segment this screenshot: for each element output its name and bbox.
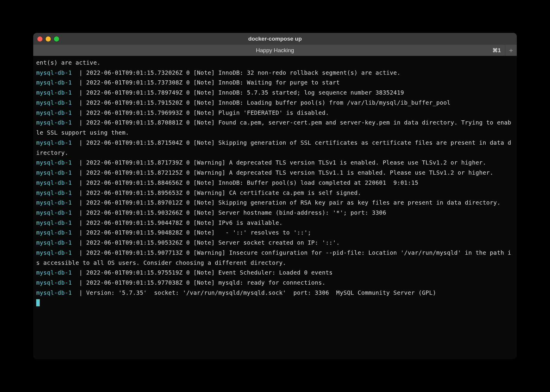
log-prefix: mysql-db-1: [36, 79, 79, 86]
log-message: | 2022-06-01T09:01:15.789749Z 0 [Note] I…: [79, 89, 404, 96]
log-prefix: mysql-db-1: [36, 209, 79, 216]
log-line: mysql-db-1 | 2022-06-01T09:01:15.904828Z…: [36, 228, 514, 238]
log-message: | 2022-06-01T09:01:15.791520Z 0 [Note] I…: [79, 99, 450, 106]
close-button[interactable]: [37, 36, 42, 42]
log-line: mysql-db-1 | 2022-06-01T09:01:15.895653Z…: [36, 188, 514, 198]
log-line: mysql-db-1 | 2022-06-01T09:01:15.897012Z…: [36, 198, 514, 208]
log-line: mysql-db-1 | 2022-06-01T09:01:15.905326Z…: [36, 238, 514, 248]
log-message: | 2022-06-01T09:01:15.905326Z 0 [Note] S…: [79, 239, 340, 246]
log-message: | 2022-06-01T09:01:15.907713Z 0 [Warning…: [36, 249, 511, 266]
minimize-button[interactable]: [46, 36, 51, 42]
log-prefix: mysql-db-1: [36, 89, 79, 96]
log-prefix: mysql-db-1: [36, 219, 79, 226]
log-message: | 2022-06-01T09:01:15.872125Z 0 [Warning…: [79, 169, 493, 176]
log-line: mysql-db-1 | 2022-06-01T09:01:15.870881Z…: [36, 118, 514, 138]
log-line: mysql-db-1 | 2022-06-01T09:01:15.789749Z…: [36, 88, 514, 98]
log-message: | 2022-06-01T09:01:15.737308Z 0 [Note] I…: [79, 79, 340, 86]
log-prefix: mysql-db-1: [36, 239, 79, 246]
log-prefix: mysql-db-1: [36, 199, 79, 206]
log-line: ent(s) are active.: [36, 58, 514, 68]
log-message: | 2022-06-01T09:01:15.732026Z 0 [Note] I…: [79, 69, 400, 76]
log-message: | 2022-06-01T09:01:15.903266Z 0 [Note] S…: [79, 209, 386, 216]
log-prefix: mysql-db-1: [36, 269, 79, 276]
log-line: mysql-db-1 | 2022-06-01T09:01:15.737308Z…: [36, 78, 514, 88]
log-prefix: mysql-db-1: [36, 139, 79, 146]
terminal-output[interactable]: ent(s) are active.mysql-db-1 | 2022-06-0…: [33, 56, 517, 359]
log-line: mysql-db-1 | 2022-06-01T09:01:15.872125Z…: [36, 168, 514, 178]
terminal-window: docker-compose up Happy Hacking ⌘1 + ent…: [33, 33, 517, 359]
log-message: | 2022-06-01T09:01:15.977038Z 0 [Note] m…: [79, 279, 325, 286]
log-prefix: mysql-db-1: [36, 99, 79, 106]
log-prefix: mysql-db-1: [36, 289, 79, 296]
log-line: mysql-db-1 | 2022-06-01T09:01:15.907713Z…: [36, 248, 514, 268]
log-message: | 2022-06-01T09:01:15.895653Z 0 [Warning…: [79, 189, 361, 196]
log-line: mysql-db-1 | 2022-06-01T09:01:15.903266Z…: [36, 208, 514, 218]
log-prefix: mysql-db-1: [36, 229, 79, 236]
traffic-lights: [37, 36, 59, 42]
log-line: mysql-db-1 | 2022-06-01T09:01:15.975519Z…: [36, 268, 514, 278]
tabbar: Happy Hacking ⌘1 +: [33, 45, 517, 56]
log-message: | 2022-06-01T09:01:15.871504Z 0 [Note] S…: [36, 139, 511, 156]
log-message: | 2022-06-01T09:01:15.904478Z 0 [Note] I…: [79, 219, 282, 226]
log-message: | Version: '5.7.35' socket: '/var/run/my…: [79, 289, 436, 296]
log-line: mysql-db-1 | 2022-06-01T09:01:15.791520Z…: [36, 98, 514, 108]
log-message: | 2022-06-01T09:01:15.870881Z 0 [Note] F…: [36, 119, 511, 136]
titlebar[interactable]: docker-compose up: [33, 33, 517, 45]
log-message: | 2022-06-01T09:01:15.975519Z 0 [Note] E…: [79, 269, 333, 276]
log-message: | 2022-06-01T09:01:15.871739Z 0 [Warning…: [79, 159, 486, 166]
maximize-button[interactable]: [54, 36, 59, 42]
log-line: mysql-db-1 | 2022-06-01T09:01:15.884656Z…: [36, 178, 514, 188]
log-line: mysql-db-1 | 2022-06-01T09:01:15.871504Z…: [36, 138, 514, 158]
log-message: | 2022-06-01T09:01:15.796993Z 0 [Note] P…: [79, 109, 329, 116]
log-prefix: mysql-db-1: [36, 179, 79, 186]
tab-shortcut-label: ⌘1: [488, 47, 505, 54]
log-message: | 2022-06-01T09:01:15.884656Z 0 [Note] I…: [79, 179, 418, 186]
log-prefix: mysql-db-1: [36, 159, 79, 166]
terminal-cursor: [36, 299, 40, 306]
new-tab-button[interactable]: +: [505, 45, 517, 56]
log-line: mysql-db-1 | 2022-06-01T09:01:15.796993Z…: [36, 108, 514, 118]
tab-title[interactable]: Happy Hacking: [256, 47, 294, 54]
log-line: mysql-db-1 | 2022-06-01T09:01:15.732026Z…: [36, 68, 514, 78]
plus-icon: +: [509, 47, 513, 54]
log-prefix: mysql-db-1: [36, 279, 79, 286]
log-prefix: mysql-db-1: [36, 189, 79, 196]
log-prefix: mysql-db-1: [36, 109, 79, 116]
log-message: | 2022-06-01T09:01:15.904828Z 0 [Note] -…: [79, 229, 311, 236]
log-prefix: mysql-db-1: [36, 69, 79, 76]
tab-right-controls: ⌘1 +: [488, 45, 517, 56]
log-prefix: mysql-db-1: [36, 169, 79, 176]
log-line: mysql-db-1 | 2022-06-01T09:01:15.871739Z…: [36, 158, 514, 168]
log-line: mysql-db-1 | 2022-06-01T09:01:15.977038Z…: [36, 278, 514, 288]
log-line: mysql-db-1 | 2022-06-01T09:01:15.904478Z…: [36, 218, 514, 228]
log-line: mysql-db-1 | Version: '5.7.35' socket: '…: [36, 288, 514, 298]
log-prefix: mysql-db-1: [36, 119, 79, 126]
log-prefix: mysql-db-1: [36, 249, 79, 256]
log-message: | 2022-06-01T09:01:15.897012Z 0 [Note] S…: [79, 199, 500, 206]
window-title: docker-compose up: [248, 36, 302, 42]
